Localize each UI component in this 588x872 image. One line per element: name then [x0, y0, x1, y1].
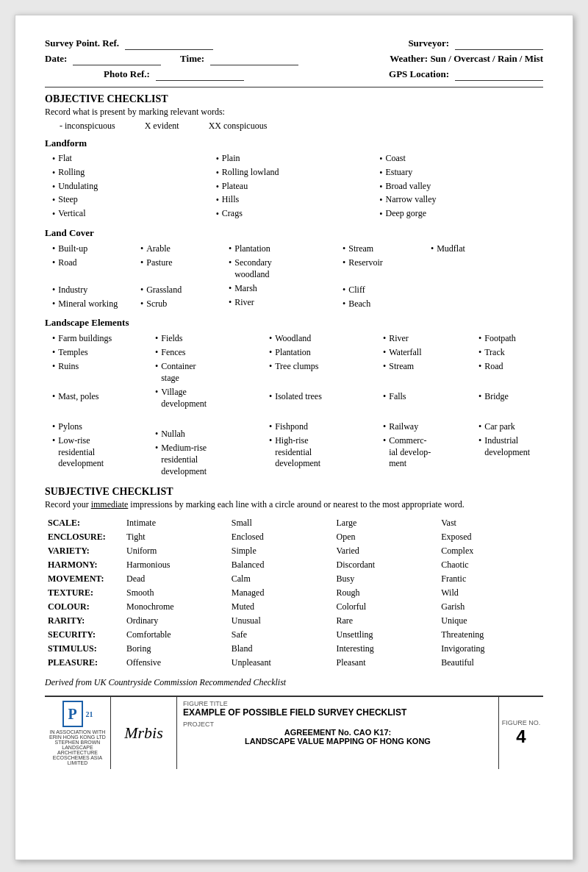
list-item: •Medium-riseresidentialdevelopment: [155, 441, 269, 479]
objective-subtitle: Record what is present by marking releva…: [45, 107, 543, 118]
subjective-row: COLOUR:MonochromeMutedColorfulGarish: [45, 600, 543, 614]
subjective-row: STIMULUS:BoringBlandInterestingInvigorat…: [45, 642, 543, 656]
subjective-row-label: VARIETY:: [45, 544, 123, 558]
list-item: [383, 404, 478, 420]
subjective-row-value: Calm: [229, 572, 334, 586]
subjective-row-value: Garish: [438, 600, 543, 614]
page: Survey Point. Ref. Surveyor: Date: Time:: [15, 15, 573, 860]
subjective-row-value: Monochrome: [123, 600, 229, 614]
subjective-row-value: Comfortable: [123, 628, 229, 642]
list-item: •Pasture: [140, 256, 229, 270]
subjective-row: PLEASURE:OffensiveUnpleasantPleasantBeau…: [45, 656, 543, 670]
subjective-row-value: Unique: [438, 614, 543, 628]
list-item: •Plantation: [269, 346, 383, 360]
list-item: •Marsh: [229, 282, 343, 296]
land-cover-col2: •Arable •Pasture •Grassland •Scrub: [140, 242, 229, 311]
list-item-empty: [52, 270, 140, 283]
derived-note: Derived from UK Countryside Commission R…: [45, 677, 543, 688]
objective-title: OBJECTIVE CHECKLIST: [45, 93, 543, 105]
figure-title-label: FIGURE TITLE: [183, 700, 492, 707]
subjective-row-value: Discordant: [334, 558, 439, 572]
list-item: •Reservoir: [343, 256, 431, 270]
list-item: •Fishpond: [269, 420, 383, 434]
subjective-row-value: Colorful: [334, 600, 439, 614]
footer-middle: FIGURE TITLE EXAMPLE OF POSSIBLE FIELD S…: [177, 697, 499, 769]
photo-ref-field: Photo Ref.:: [104, 68, 244, 81]
list-item: •River: [229, 296, 343, 310]
subjective-row-value: Invigorating: [438, 642, 543, 656]
list-item: •Woodland: [269, 332, 383, 346]
subjective-row-value: Beautiful: [438, 656, 543, 670]
land-cover-col1: •Built-up •Road •Industry •Mineral worki…: [52, 242, 140, 311]
list-item: •Fences: [155, 346, 269, 360]
list-item: •Low-riseresidentialdevelopment: [52, 434, 155, 471]
subjective-row-value: Simple: [229, 544, 334, 558]
list-item: •Cliff: [343, 283, 431, 297]
list-item: •Undulating: [52, 180, 216, 194]
photo-ref-value: [156, 68, 244, 81]
list-item: •Scrub: [140, 297, 229, 311]
project-line2: LANDSCAPE VALUE MAPPING OF HONG KONG: [245, 737, 431, 746]
subjective-row-value: Bland: [229, 642, 334, 656]
subjective-row-label: SCALE:: [45, 516, 123, 530]
list-item: [52, 404, 155, 420]
subjective-row-value: Vast: [438, 516, 543, 530]
subjective-row-label: SECURITY:: [45, 628, 123, 642]
survey-point-value: [125, 37, 213, 50]
figure-no-label: FIGURE No.: [502, 719, 541, 726]
landscape-col1: •Farm buildings •Temples •Ruins •Mast, p…: [52, 332, 155, 479]
list-item: •River: [383, 332, 478, 346]
landform-title: Landform: [45, 137, 543, 149]
project-value: AGREEMENT No. CAO K17: LANDSCAPE VALUE M…: [183, 728, 492, 746]
subjective-row-value: Unpleasant: [229, 656, 334, 670]
list-item: •Fields: [155, 332, 269, 346]
subjective-row-label: HARMONY:: [45, 558, 123, 572]
legend-evident: X evident: [145, 121, 179, 132]
subjective-row-value: Uniform: [123, 544, 229, 558]
subjective-row-label: STIMULUS:: [45, 642, 123, 656]
list-item: •Coast: [379, 152, 543, 166]
photo-ref-label: Photo Ref.:: [104, 68, 150, 81]
subjective-subtitle-underline: immediate: [91, 499, 129, 510]
subjective-row: ENCLOSURE:TightEnclosedOpenExposed: [45, 530, 543, 544]
land-cover-col3: •Plantation •Secondarywoodland •Marsh •R…: [229, 242, 343, 311]
subjective-subtitle-post: impressions by marking each line with a …: [128, 499, 465, 510]
list-item: [269, 404, 383, 420]
landscape-elements-title: Landscape Elements: [45, 317, 543, 329]
land-cover-grid: •Built-up •Road •Industry •Mineral worki…: [52, 242, 543, 311]
subjective-title: SUBJECTIVE CHECKLIST: [45, 486, 543, 498]
list-item-empty: [343, 270, 431, 283]
list-item: •Road: [52, 256, 140, 270]
footer-right: FIGURE No. 4: [499, 697, 543, 769]
landform-grid: •Flat •Rolling •Undulating •Steep •Verti…: [52, 152, 543, 221]
figure-title-value: EXAMPLE OF POSSIBLE FIELD SURVEY CHECKLI…: [183, 707, 492, 718]
subjective-row-label: PLEASURE:: [45, 656, 123, 670]
list-item: •Built-up: [52, 242, 140, 256]
list-item: •Footpath: [478, 332, 552, 346]
subjective-row-value: Open: [334, 530, 439, 544]
gps-value: [455, 68, 543, 81]
list-item: •Stream: [383, 360, 478, 374]
footer: P 21 IN ASSOCIATION WITHERIN HONG KONG L…: [45, 696, 543, 769]
subjective-row-value: Frantic: [438, 572, 543, 586]
legend-inconspicuous: - inconspicuous: [60, 121, 115, 132]
subjective-row-value: Muted: [229, 600, 334, 614]
subjective-row-label: MOVEMENT:: [45, 572, 123, 586]
land-cover-col5: •Mudflat: [431, 242, 490, 311]
list-item: •Flat: [52, 152, 216, 166]
surveyor-label: Surveyor:: [408, 37, 449, 50]
land-cover-col4: •Stream •Reservoir •Cliff •Beach: [343, 242, 431, 311]
list-item: •Rolling: [52, 166, 216, 180]
subjective-row-value: Complex: [438, 544, 543, 558]
logo-text: 21: [86, 710, 93, 718]
subjective-table: SCALE:IntimateSmallLargeVastENCLOSURE:Ti…: [45, 516, 543, 670]
list-item: •Plateau: [216, 180, 380, 194]
footer-signature: Mrbis: [111, 697, 177, 769]
landform-col1: •Flat •Rolling •Undulating •Steep •Verti…: [52, 152, 216, 221]
subjective-row-value: Safe: [229, 628, 334, 642]
date-value: [73, 53, 161, 65]
subjective-subtitle-pre: Record your: [45, 499, 91, 510]
subjective-row-label: ENCLOSURE:: [45, 530, 123, 544]
list-item: •Car park: [478, 420, 552, 434]
landform-col3: •Coast •Estuary •Broad valley •Narrow va…: [379, 152, 543, 221]
